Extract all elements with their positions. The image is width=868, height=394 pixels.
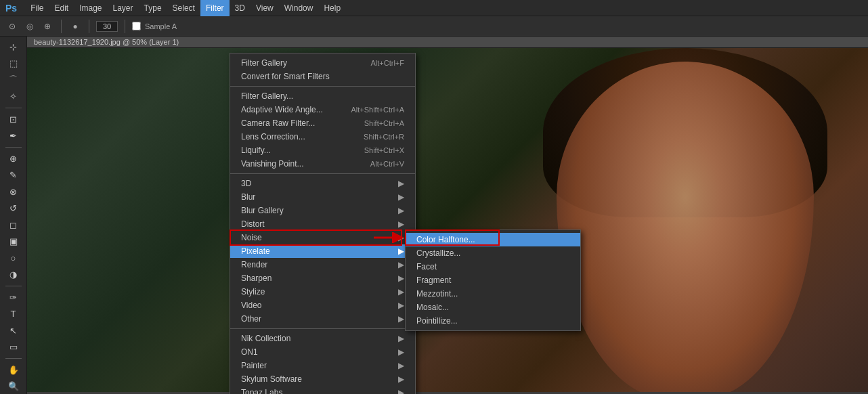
options-bar: ⊙ ◎ ⊕ ● 30 Sample A [0,16,868,37]
filter-menu-item-lens[interactable]: Lens Correction... Shift+Ctrl+R [230,130,415,144]
options-sep-1 [61,20,62,33]
filter-menu-item-topaz[interactable]: Topaz Labs ▶ [230,386,415,394]
blur-tool-btn[interactable]: ○ [4,250,23,266]
dodge-tool[interactable]: ◑ [4,267,23,283]
shape-tool[interactable]: ▭ [4,339,23,355]
menu-file[interactable]: File [25,0,49,16]
tool-sep-3 [5,286,22,286]
pixelate-crystallize[interactable]: Crystallize... [406,246,580,260]
selection-tool[interactable]: ⬚ [4,56,23,72]
menu-type[interactable]: Type [139,0,167,16]
filter-menu-item-sharpen[interactable]: Sharpen ▶ [230,271,415,285]
pixelate-mezzotint[interactable]: Mezzotint... [406,287,580,301]
crop-tool[interactable]: ⊡ [4,112,23,127]
canvas-content [27,48,868,392]
magic-wand-tool[interactable]: ✧ [4,89,23,105]
filter-menu-item-painter[interactable]: Painter ▶ [230,359,415,372]
filter-menu-item-other[interactable]: Other ▶ [230,312,415,326]
hand-tool[interactable]: ✋ [4,362,23,378]
pen-tool[interactable]: ✑ [4,290,23,305]
tool-sep-1 [5,108,22,108]
brush-size-input[interactable]: 30 [96,21,118,32]
ps-logo: Ps [3,3,20,14]
menu-filter[interactable]: Filter [200,0,230,16]
pixelate-mosaic[interactable]: Mosaic... [406,301,580,314]
menu-select[interactable]: Select [167,0,200,16]
filter-menu-item-distort[interactable]: Distort ▶ [230,217,415,231]
text-tool[interactable]: T [4,306,23,322]
left-toolbar: ⊹ ⬚ ⌒ ✧ ⊡ ✒ ⊕ ✎ ⊗ ↺ ◻ ▣ ○ ◑ ✑ T ↖ ▭ ✋ 🔍 [0,37,27,394]
pixelate-fragment[interactable]: Fragment [406,273,580,287]
filter-menu-item-gallery[interactable]: Filter Gallery... [230,89,415,103]
filter-sep-2 [230,173,415,174]
pixelate-color-halftone[interactable]: Color Halftone... [406,233,580,246]
filter-menu-item-blur-gallery[interactable]: Blur Gallery ▶ [230,204,415,217]
path-selection-tool[interactable]: ↖ [4,323,23,338]
canvas-area: beauty-1132617_1920.jpg @ 50% (Layer 1) … [27,37,868,394]
face-area [557,62,814,392]
filter-menu-item-on1[interactable]: ON1 ▶ [230,345,415,359]
filter-sep-1 [230,86,415,87]
lasso-tool[interactable]: ⌒ [4,72,23,88]
eyedropper-tool[interactable]: ✒ [4,128,23,144]
options-sep-2 [89,20,89,33]
filter-menu-item-adaptive[interactable]: Adaptive Wide Angle... Alt+Shift+Ctrl+A [230,103,415,116]
menu-view[interactable]: View [251,0,279,16]
filter-menu-item-render[interactable]: Render ▶ [230,258,415,271]
brush-shape-icon[interactable]: ⊕ [41,20,54,33]
sample-all-checkbox[interactable] [132,22,141,30]
history-tool[interactable]: ↺ [4,200,23,216]
filter-sep-3 [230,328,415,329]
filter-menu-item-camera-raw[interactable]: Camera Raw Filter... Shift+Ctrl+A [230,116,415,130]
menu-window[interactable]: Window [279,0,319,16]
filter-menu-item-video[interactable]: Video ▶ [230,299,415,312]
filter-menu-item-blur[interactable]: Blur ▶ [230,190,415,204]
move-tool[interactable]: ⊹ [4,39,23,55]
options-sep-3 [125,20,125,33]
menu-edit[interactable]: Edit [49,0,74,16]
brush-preset-icon[interactable]: ◎ [23,20,37,33]
menu-3d[interactable]: 3D [230,0,251,16]
filter-menu-item-noise[interactable]: Noise ▶ [230,231,415,244]
canvas-title-bar: beauty-1132617_1920.jpg @ 50% (Layer 1) [27,37,868,48]
sample-all-label: Sample A [145,22,177,30]
filter-menu-item-vanishing[interactable]: Vanishing Point... Alt+Ctrl+V [230,157,415,171]
filter-menu-item-pixelate[interactable]: Pixelate ▶ [230,244,415,258]
brush-tool-icon[interactable]: ⊙ [5,20,19,33]
filter-menu-item-nik[interactable]: Nik Collection ▶ [230,332,415,345]
menu-image[interactable]: Image [74,0,107,16]
pixelate-submenu: Color Halftone... Crystallize... Facet F… [405,229,581,331]
main-layout: ⊹ ⬚ ⌒ ✧ ⊡ ✒ ⊕ ✎ ⊗ ↺ ◻ ▣ ○ ◑ ✑ T ↖ ▭ ✋ 🔍 … [0,37,868,394]
canvas-title: beauty-1132617_1920.jpg @ 50% (Layer 1) [34,38,179,46]
filter-menu-item-stylize[interactable]: Stylize ▶ [230,285,415,299]
menu-help[interactable]: Help [318,0,346,16]
healing-tool[interactable]: ⊕ [4,151,23,167]
eraser-tool[interactable]: ◻ [4,217,23,233]
menu-bar: Ps File Edit Image Layer Type Select Fil… [0,0,868,16]
menu-layer[interactable]: Layer [108,0,139,16]
brush-circle-icon: ● [68,20,82,33]
tool-sep-2 [5,147,22,148]
stamp-tool[interactable]: ⊗ [4,184,23,200]
filter-menu-item-skylum[interactable]: Skylum Software ▶ [230,372,415,386]
brush-tool[interactable]: ✎ [4,167,23,183]
filter-menu-item-3d[interactable]: 3D ▶ [230,177,415,190]
filter-menu: Filter Gallery Alt+Ctrl+F Convert for Sm… [230,53,416,394]
gradient-tool[interactable]: ▣ [4,234,23,249]
pixelate-facet[interactable]: Facet [406,260,580,273]
filter-menu-item-gallery-top[interactable]: Filter Gallery Alt+Ctrl+F [230,56,415,70]
zoom-tool[interactable]: 🔍 [4,378,23,394]
filter-menu-item-convert-smart[interactable]: Convert for Smart Filters [230,70,415,83]
filter-menu-item-liquify[interactable]: Liquify... Shift+Ctrl+X [230,144,415,157]
tool-sep-4 [5,358,22,359]
pixelate-pointillize[interactable]: Pointillize... [406,314,580,328]
